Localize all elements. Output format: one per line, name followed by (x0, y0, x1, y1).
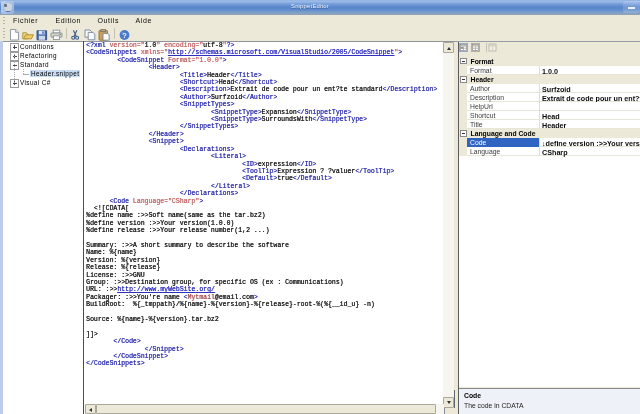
svg-text:?: ? (122, 31, 127, 40)
